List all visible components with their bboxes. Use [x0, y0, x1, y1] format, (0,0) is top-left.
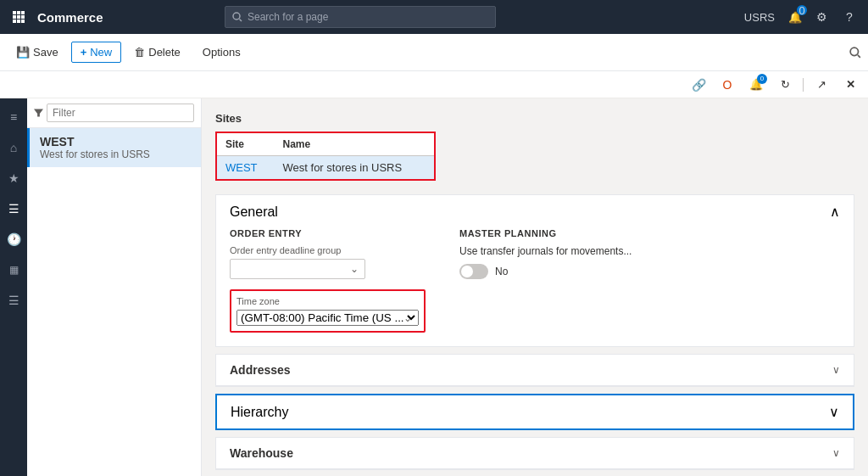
- order-entry-label: ORDER ENTRY: [230, 228, 426, 238]
- svg-rect-5: [21, 15, 25, 19]
- main-layout: ≡ ⌂ ★ ☰ 🕐 ▦ ☰ WEST West for stores in US…: [0, 98, 868, 476]
- combined-top: 💾 Save + New 🗑 Delete Options 🔗 O 🔔 0 ↻: [0, 34, 868, 98]
- hierarchy-title: Hierarchy: [231, 405, 288, 420]
- svg-rect-2: [21, 11, 25, 14]
- search-placeholder: Search for a page: [248, 11, 328, 23]
- save-label: Save: [33, 46, 58, 59]
- timezone-label: Time zone: [236, 296, 419, 306]
- help-icon[interactable]: ?: [837, 5, 861, 29]
- sidebar-menu-icon[interactable]: ≡: [2, 105, 25, 129]
- global-search-bar[interactable]: Search for a page: [225, 6, 496, 28]
- save-icon: 💾: [16, 46, 30, 59]
- sidebar-home-icon[interactable]: ⌂: [2, 136, 25, 160]
- sites-section: Sites Site Name WEST West for stores in …: [215, 112, 854, 181]
- svg-point-11: [850, 48, 858, 55]
- list-item-west[interactable]: WEST West for stores in USRS: [27, 128, 201, 167]
- delete-button[interactable]: 🗑 Delete: [125, 42, 190, 63]
- item-title: WEST: [40, 135, 191, 148]
- svg-rect-1: [17, 11, 20, 14]
- svg-point-9: [233, 13, 240, 20]
- warehouse-section: Warehouse ∨: [215, 437, 854, 470]
- site-cell: WEST: [217, 156, 275, 180]
- transfer-label-text: Use transfer journals for movements...: [459, 245, 632, 257]
- grid-icon[interactable]: [7, 5, 31, 29]
- user-label: USRS: [739, 11, 780, 24]
- left-panel: WEST West for stores in USRS: [27, 98, 202, 476]
- svg-rect-0: [13, 11, 16, 14]
- new-button[interactable]: + New: [71, 42, 122, 63]
- master-planning-col: MASTER PLANNING Use transfer journals fo…: [459, 228, 632, 333]
- svg-rect-8: [21, 20, 25, 23]
- order-entry-col: ORDER ENTRY Order entry deadline group: [230, 228, 426, 333]
- nav-right: USRS 🔔 0 ⚙ ?: [739, 5, 861, 29]
- filter-bar: [27, 98, 201, 128]
- sidebar-chart-icon[interactable]: ▦: [2, 258, 25, 282]
- general-title: General: [230, 204, 278, 220]
- deadline-group: Order entry deadline group: [230, 245, 426, 279]
- svg-rect-6: [13, 20, 16, 23]
- hierarchy-header[interactable]: Hierarchy ∨: [217, 395, 853, 428]
- addresses-section: Addresses ∨: [215, 354, 854, 387]
- svg-line-12: [858, 54, 860, 57]
- timezone-group-container: Time zone (GMT-08:00) Pacific Time (US .…: [230, 289, 426, 333]
- top-navigation: Commerce Search for a page USRS 🔔 0 ⚙ ?: [0, 0, 868, 34]
- general-chevron: ∧: [830, 204, 840, 220]
- sidebar-list-icon[interactable]: ☰: [2, 197, 25, 221]
- action-bar: 🔗 O 🔔 0 ↻ ↗ ✕: [0, 71, 868, 98]
- timezone-select[interactable]: (GMT-08:00) Pacific Time (US ...: [236, 310, 419, 326]
- close-action-icon[interactable]: ✕: [839, 74, 861, 96]
- hierarchy-chevron: ∨: [829, 404, 839, 420]
- toggle-label: No: [495, 266, 508, 277]
- options-label: Options: [203, 46, 241, 59]
- options-button[interactable]: Options: [193, 42, 250, 63]
- warehouse-header[interactable]: Warehouse ∨: [216, 438, 854, 469]
- table-row[interactable]: WEST West for stores in USRS: [217, 156, 434, 180]
- general-section: General ∧ ORDER ENTRY Order entry deadli…: [215, 194, 854, 347]
- toggle-row: No: [459, 264, 632, 279]
- notification-bell[interactable]: 🔔 0: [783, 5, 807, 29]
- save-button[interactable]: 💾 Save: [7, 42, 68, 63]
- toggle-knob: [461, 266, 473, 277]
- content-area: Sites Site Name WEST West for stores in …: [202, 98, 868, 476]
- search-toolbar-icon[interactable]: [849, 47, 861, 59]
- svg-rect-7: [17, 20, 20, 23]
- hierarchy-section: Hierarchy ∨: [215, 394, 854, 430]
- filter-icon: [34, 108, 43, 118]
- sidebar-icons: ≡ ⌂ ★ ☰ 🕐 ▦ ☰: [0, 98, 27, 476]
- addresses-header[interactable]: Addresses ∨: [216, 355, 854, 386]
- master-planning-label: MASTER PLANNING: [459, 228, 632, 238]
- deadline-select-wrapper: [230, 259, 365, 279]
- app-title: Commerce: [37, 10, 103, 25]
- filter-input[interactable]: [47, 104, 194, 122]
- sites-table: Site Name WEST West for stores in USRS: [215, 132, 436, 181]
- svg-line-10: [239, 20, 242, 22]
- settings-icon[interactable]: ⚙: [810, 5, 834, 29]
- site-column-header: Site: [217, 133, 275, 156]
- general-header[interactable]: General ∧: [216, 195, 854, 228]
- svg-rect-4: [17, 15, 20, 19]
- office-action-icon[interactable]: O: [716, 74, 738, 96]
- warehouse-chevron: ∨: [832, 447, 840, 459]
- link-action-icon[interactable]: 🔗: [687, 74, 709, 96]
- delete-label: Delete: [148, 46, 181, 59]
- addresses-title: Addresses: [230, 363, 291, 377]
- name-cell: West for stores in USRS: [275, 156, 434, 180]
- timezone-select-wrapper: (GMT-08:00) Pacific Time (US ...: [236, 310, 419, 326]
- plus-icon: +: [81, 46, 87, 59]
- deadline-label: Order entry deadline group: [230, 245, 426, 255]
- open-action-icon[interactable]: ↗: [810, 74, 832, 96]
- refresh-action-icon[interactable]: ↻: [774, 74, 796, 96]
- sidebar-menu2-icon[interactable]: ☰: [2, 288, 25, 312]
- deadline-select[interactable]: [230, 259, 365, 279]
- divider: [803, 78, 804, 92]
- general-two-col: ORDER ENTRY Order entry deadline group: [230, 228, 840, 333]
- sidebar-recent-icon[interactable]: 🕐: [2, 227, 25, 251]
- toggle-switch[interactable]: [459, 264, 488, 279]
- warehouse-title: Warehouse: [230, 446, 293, 460]
- sidebar-star-icon[interactable]: ★: [2, 166, 25, 190]
- addresses-chevron: ∨: [832, 364, 840, 376]
- notification-action-icon[interactable]: 🔔 0: [745, 74, 767, 96]
- delete-icon: 🗑: [134, 46, 145, 59]
- general-body: ORDER ENTRY Order entry deadline group: [216, 228, 854, 346]
- name-column-header: Name: [275, 133, 434, 156]
